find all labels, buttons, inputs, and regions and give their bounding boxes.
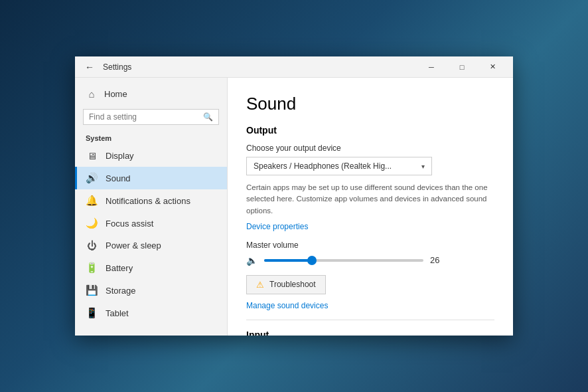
- maximize-button[interactable]: □: [447, 56, 477, 78]
- device-properties-link[interactable]: Device properties: [246, 222, 494, 231]
- sidebar-item-power[interactable]: ⏻ Power & sleep: [75, 235, 227, 256]
- battery-icon: 🔋: [86, 262, 98, 274]
- notifications-icon: 🔔: [86, 195, 98, 207]
- storage-icon: 💾: [86, 284, 98, 296]
- output-info-text: Certain apps may be set up to use differ…: [246, 182, 494, 217]
- slider-thumb[interactable]: [307, 256, 317, 265]
- home-icon: ⌂: [86, 88, 98, 100]
- page-title: Sound: [246, 94, 494, 114]
- output-section-title: Output: [246, 125, 494, 136]
- sidebar-item-storage[interactable]: 💾 Storage: [75, 279, 227, 302]
- sidebar-item-home[interactable]: ⌂ Home: [75, 83, 227, 105]
- troubleshoot-button[interactable]: ⚠ Troubleshoot: [246, 275, 326, 294]
- sidebar: ⌂ Home 🔍 System 🖥 Display 🔊 Sound 🔔 Noti…: [75, 78, 228, 336]
- minimize-button[interactable]: ─: [416, 56, 447, 78]
- main-layout: ⌂ Home 🔍 System 🖥 Display 🔊 Sound 🔔 Noti…: [75, 78, 513, 336]
- dropdown-arrow-icon: ▾: [421, 163, 425, 170]
- warning-icon: ⚠: [256, 280, 264, 290]
- sidebar-item-notifications[interactable]: 🔔 Notifications & actions: [75, 189, 227, 212]
- close-button[interactable]: ✕: [477, 56, 508, 78]
- volume-row: 🔈 26: [246, 255, 494, 266]
- window-controls: ─ □ ✕: [416, 56, 508, 78]
- manage-sound-devices-link[interactable]: Manage sound devices: [246, 301, 494, 310]
- sidebar-section-label: System: [75, 129, 227, 145]
- sidebar-item-tablet[interactable]: 📱 Tablet: [75, 302, 227, 324]
- back-button[interactable]: ←: [80, 58, 99, 76]
- section-divider: [246, 320, 494, 320]
- display-icon: 🖥: [86, 150, 98, 161]
- slider-fill: [264, 259, 312, 262]
- volume-label: Master volume: [246, 241, 494, 250]
- sidebar-item-battery[interactable]: 🔋 Battery: [75, 256, 227, 279]
- sound-icon: 🔊: [86, 172, 98, 184]
- settings-window: ← Settings ─ □ ✕ ⌂ Home 🔍 S: [75, 56, 513, 336]
- power-icon: ⏻: [86, 240, 98, 251]
- content-area: Sound Output Choose your output device S…: [228, 78, 513, 336]
- titlebar: ← Settings ─ □ ✕: [75, 56, 513, 78]
- volume-value: 26: [430, 255, 446, 265]
- search-input[interactable]: [89, 112, 199, 122]
- volume-slider[interactable]: [264, 259, 423, 262]
- search-icon: 🔍: [203, 112, 213, 122]
- window-title: Settings: [99, 62, 416, 72]
- volume-section: Master volume 🔈 26: [246, 241, 494, 266]
- output-device-dropdown[interactable]: Speakers / Headphones (Realtek Hig... ▾: [246, 157, 432, 175]
- input-section-title: Input: [246, 330, 494, 336]
- volume-icon: 🔈: [246, 255, 257, 266]
- tablet-icon: 📱: [86, 307, 98, 319]
- sidebar-item-focus[interactable]: 🌙 Focus assist: [75, 212, 227, 235]
- output-device-label: Choose your output device: [246, 144, 494, 153]
- search-box[interactable]: 🔍: [83, 109, 219, 125]
- sidebar-item-sound[interactable]: 🔊 Sound: [75, 167, 227, 189]
- focus-icon: 🌙: [86, 217, 98, 229]
- sidebar-item-display[interactable]: 🖥 Display: [75, 145, 227, 167]
